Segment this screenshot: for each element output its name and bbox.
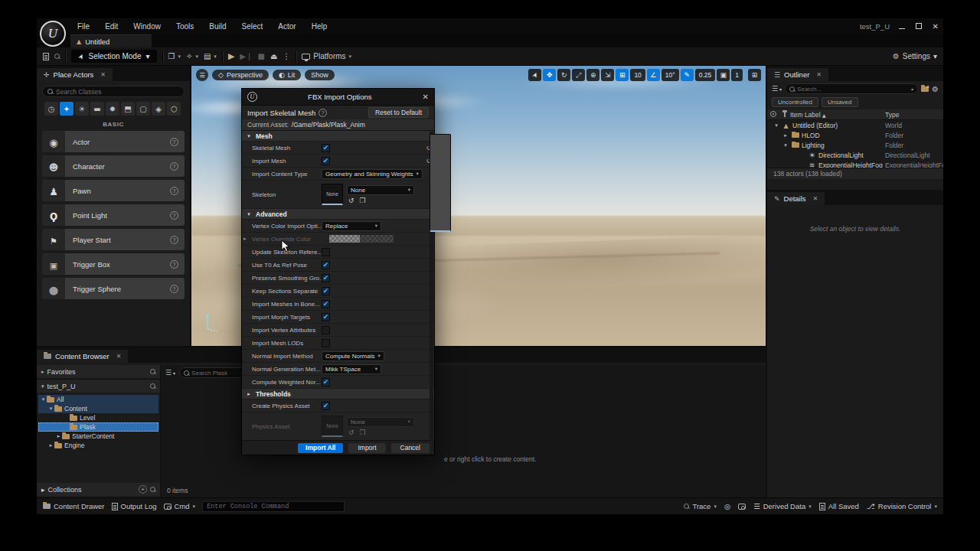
rotation-snap-value[interactable]: 10°: [662, 69, 679, 81]
blueprints-dropdown[interactable]: ✧▾: [186, 52, 198, 60]
scrollbar-thumb[interactable]: [430, 134, 451, 232]
trace-dropdown[interactable]: Trace▾: [684, 502, 716, 510]
perspective-dropdown[interactable]: ◇Perspective: [212, 70, 269, 80]
asset-dropdown[interactable]: None▾: [347, 417, 414, 427]
favorites-section[interactable]: ▸Favorites: [37, 365, 160, 378]
outliner-row[interactable]: ▾ Untitled (Editor) World: [767, 120, 943, 130]
use-selected-icon[interactable]: ↺: [348, 429, 354, 436]
output-log-button[interactable]: Output Log: [112, 502, 157, 510]
collections-section[interactable]: ▸Collections+: [37, 483, 160, 496]
checkbox[interactable]: ✔: [322, 300, 330, 308]
outliner-row[interactable]: ▸ HLOD Folder: [767, 130, 943, 140]
skip-button[interactable]: ▶❘: [240, 52, 252, 60]
expand-arrow-icon[interactable]: ▸: [55, 433, 62, 439]
folder-row[interactable]: ▾ All: [38, 395, 158, 404]
dialog-title-bar[interactable]: U FBX Import Options ✕: [242, 89, 434, 106]
close-icon[interactable]: ✕: [100, 71, 106, 78]
content-browser-tab[interactable]: Content Browser ✕: [37, 350, 128, 363]
outliner-filter-dropdown[interactable]: ☰▾: [772, 85, 782, 93]
move-tool-icon[interactable]: ✥: [543, 69, 556, 81]
item-label-column[interactable]: Item Label ▲: [790, 111, 885, 119]
select-tool-icon[interactable]: ➤: [528, 69, 541, 81]
menu-item[interactable]: Help: [305, 20, 335, 33]
checkbox[interactable]: ✔: [322, 248, 330, 256]
checkbox[interactable]: ✔: [322, 402, 330, 410]
play-options-kebab-icon[interactable]: ⋮: [283, 52, 290, 60]
menu-item[interactable]: Tools: [169, 20, 201, 33]
dropdown[interactable]: Replace▾: [322, 221, 381, 231]
close-icon[interactable]: ✕: [816, 71, 822, 78]
rotate-tool-icon[interactable]: ↻: [557, 69, 570, 81]
play-button[interactable]: ▶: [228, 51, 234, 61]
recently-placed-icon[interactable]: ◷: [44, 102, 58, 116]
volumes-icon[interactable]: ▢: [136, 102, 150, 116]
placeable-actor-item[interactable]: Pawn ?: [42, 180, 185, 201]
save-button[interactable]: [43, 53, 49, 60]
expand-arrow-icon[interactable]: ▸: [47, 442, 54, 448]
checkbox[interactable]: ✔: [322, 144, 330, 152]
outliner-row[interactable]: ExponentialHeightFog ExponentialHeightFo…: [767, 160, 943, 168]
checkbox[interactable]: ✔: [322, 326, 330, 334]
folder-row[interactable]: Level: [38, 413, 158, 422]
asset-thumbnail[interactable]: None: [322, 416, 343, 437]
insights-status-icon[interactable]: ◎: [724, 502, 730, 510]
folder-row[interactable]: ▾ Content: [38, 404, 158, 413]
dialog-scrollbar[interactable]: [430, 132, 433, 439]
revision-control-dropdown[interactable]: ⎇Revision Control▾: [867, 502, 937, 510]
expand-arrow-icon[interactable]: ▾: [40, 396, 47, 403]
console-command-input[interactable]: [207, 503, 340, 510]
help-icon[interactable]: ?: [318, 109, 327, 117]
help-icon[interactable]: ?: [170, 162, 178, 171]
checkbox[interactable]: ✔: [322, 287, 330, 295]
minimize-button[interactable]: [899, 22, 905, 31]
use-selected-icon[interactable]: ↺: [348, 197, 354, 204]
checkbox[interactable]: ✔: [322, 339, 330, 347]
checkbox[interactable]: ✔: [322, 261, 330, 269]
help-icon[interactable]: ?: [170, 285, 178, 293]
console-command-field[interactable]: [202, 501, 345, 512]
search-icon[interactable]: [150, 383, 155, 389]
folder-row[interactable]: Plask: [38, 422, 158, 432]
filters-dropdown[interactable]: ☰▾: [165, 369, 175, 377]
outliner-search[interactable]: ▾: [785, 83, 918, 94]
content-drawer-button[interactable]: Content Drawer: [43, 502, 105, 510]
maximize-viewport-icon[interactable]: ⊞: [748, 69, 761, 81]
editor-settings-dropdown[interactable]: ⚙Settings▾: [893, 52, 937, 60]
all-classes-icon[interactable]: ◈: [152, 102, 165, 116]
browse-asset-icon[interactable]: ❐: [360, 429, 366, 436]
placeable-actor-item[interactable]: Player Start ?: [42, 229, 185, 250]
outliner-row[interactable]: ▾ Lighting Folder: [767, 140, 943, 150]
lights-icon[interactable]: ☀: [75, 102, 89, 116]
outliner-row[interactable]: DirectionalLight DirectionalLight: [767, 150, 943, 160]
project-section[interactable]: ▾test_P_U: [37, 380, 160, 393]
derived-data-dropdown[interactable]: ☰Derived Data▾: [753, 502, 812, 510]
folder-row[interactable]: ▸ Engine: [38, 441, 158, 450]
section-arrow-icon[interactable]: [245, 391, 253, 397]
camera-speed-icon[interactable]: ▣: [717, 69, 730, 81]
outliner-settings-icon[interactable]: ⚙: [932, 85, 939, 93]
world-local-toggle-icon[interactable]: ⊕: [586, 69, 599, 81]
asset-picker[interactable]: None None▾ ↺❐: [322, 184, 414, 205]
help-icon[interactable]: ?: [170, 260, 178, 269]
placeable-actor-item[interactable]: Actor ?: [42, 131, 185, 152]
add-collection-icon[interactable]: +: [139, 485, 147, 494]
eject-button[interactable]: ⏏: [270, 52, 277, 60]
grid-snap-icon[interactable]: ⊞: [616, 69, 629, 81]
maximize-button[interactable]: [916, 22, 922, 31]
type-column[interactable]: Type: [885, 111, 943, 119]
dialog-close-icon[interactable]: ✕: [423, 93, 429, 101]
close-icon[interactable]: ✕: [813, 195, 818, 202]
import-all-button[interactable]: Import All: [298, 443, 343, 453]
grid-snap-value[interactable]: 10: [630, 69, 645, 81]
stop-button[interactable]: ■: [257, 52, 264, 60]
platforms-dropdown[interactable]: Platforms▾: [302, 52, 351, 60]
scale-tool-icon[interactable]: ⤢: [572, 69, 585, 81]
help-icon[interactable]: ?: [170, 138, 178, 146]
view-mode-dropdown[interactable]: ◐Lit: [273, 70, 301, 80]
menu-item[interactable]: Window: [126, 20, 168, 33]
camera-speed-value[interactable]: 1: [731, 69, 743, 81]
expand-arrow-icon[interactable]: ▾: [47, 406, 54, 412]
place-actors-tab[interactable]: ✛ Place Actors ✕: [37, 68, 113, 81]
rotation-snap-icon[interactable]: ∠: [647, 69, 660, 81]
level-tab[interactable]: ▲ Untitled: [70, 34, 152, 47]
